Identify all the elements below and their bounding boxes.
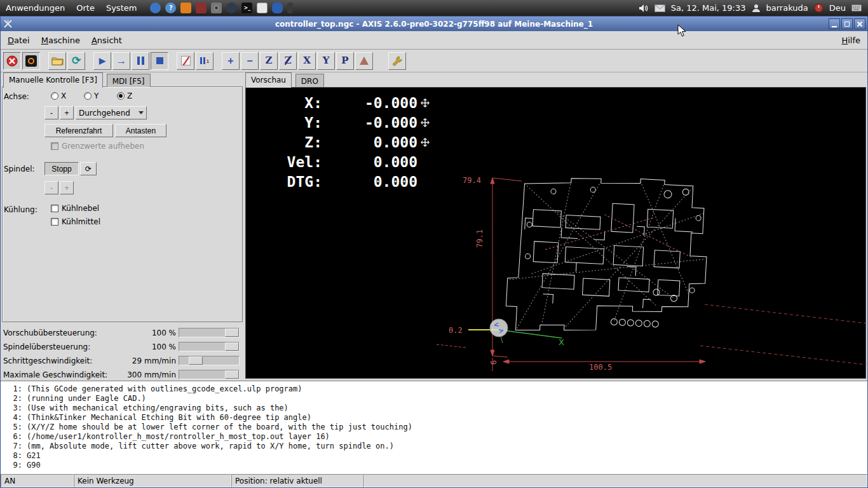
spindle-override-slider[interactable] [179, 342, 240, 351]
run-button[interactable]: ▶ [93, 52, 111, 70]
feed-override-handle[interactable] [225, 329, 239, 337]
gcode-line[interactable]: 1:(This GCode generated with outlines_gc… [1, 384, 867, 394]
menu-maschine[interactable]: Maschine [36, 32, 86, 48]
estop-button[interactable] [3, 52, 21, 70]
axis-radio-x[interactable]: X [51, 92, 66, 100]
spindle-override-row: Spindelübersteuerung: 100 % [1, 340, 244, 354]
spindle-minus-button[interactable]: - [44, 181, 58, 194]
tab-manual-control[interactable]: Manuelle Kontrolle [F3] [3, 72, 103, 88]
zoom-in-button[interactable]: + [222, 52, 240, 70]
spindle-stop-button[interactable]: Stopp [44, 162, 79, 175]
jog-speed-slider[interactable] [179, 356, 240, 365]
pause-button[interactable] [132, 52, 149, 70]
tool-status-text: Kein Werkzeug [78, 477, 134, 485]
menu-hilfe[interactable]: Hilfe [836, 32, 866, 48]
launcher-camera-icon[interactable] [211, 3, 222, 13]
applications-menu[interactable]: Anwendungen [0, 1, 71, 15]
minimize-button[interactable] [829, 18, 840, 29]
launcher-database-icon[interactable] [272, 3, 283, 13]
keyboard-layout-indicator[interactable]: Deu [829, 3, 846, 13]
launcher-browser-icon[interactable] [150, 3, 161, 13]
max-velocity-slider[interactable] [179, 370, 240, 379]
machine-power-button[interactable] [22, 52, 40, 70]
user-icon [752, 4, 761, 13]
gcode-line-text: (/home/user1/kontroller_h_most/rontrolle… [27, 432, 330, 442]
unhomed-icon [421, 138, 430, 147]
view-z-button[interactable]: Z [260, 52, 278, 70]
close-button[interactable] [854, 18, 865, 29]
places-menu[interactable]: Orte [71, 1, 100, 15]
skip-lines-button[interactable] [177, 52, 194, 70]
jog-plus-button[interactable]: + [60, 106, 74, 119]
feed-dotted-moves [545, 212, 693, 257]
mist-label: Kühlnebel [62, 204, 99, 213]
rapid-moves [507, 174, 708, 338]
max-velocity-handle[interactable] [225, 370, 239, 379]
manual-control-frame: Achse: X Y Z - + Durchgehend Referenzfah… [2, 86, 243, 322]
view-z-rotated-button[interactable]: Z [279, 52, 297, 70]
tab-mdi[interactable]: MDI [F5] [107, 74, 151, 87]
menu-datei[interactable]: Datei [2, 32, 36, 48]
launcher-tool-icon[interactable] [196, 3, 207, 13]
mail-icon[interactable] [654, 4, 665, 12]
stop-button[interactable] [151, 52, 168, 70]
tool-touchoff-button[interactable] [388, 52, 406, 70]
axis-radio-z[interactable]: Z [117, 92, 132, 100]
view-y-button[interactable]: Y [317, 52, 335, 70]
reload-button[interactable]: ⟳ [67, 52, 85, 70]
rotate-view-button[interactable] [355, 52, 373, 70]
launcher-bottle-icon[interactable] [287, 3, 293, 13]
gcode-line[interactable]: 7:(mm, Absolute mode, lift cutter above … [1, 442, 867, 451]
machine-status-text: AN [4, 477, 15, 485]
feed-override-slider[interactable] [179, 328, 240, 337]
gcode-line[interactable]: 5:(X/Y/Z home should be at lower left co… [1, 423, 867, 432]
launcher-globe-icon[interactable] [226, 3, 237, 13]
dro-vel-label: Vel: [269, 154, 322, 170]
gcode-listing[interactable]: 1:(This GCode generated with outlines_gc… [1, 381, 867, 474]
user-name[interactable]: barrakuda [766, 3, 808, 13]
home-axis-button[interactable]: Referenzfahrt [44, 124, 113, 137]
gcode-line[interactable]: 8:G21 [1, 451, 867, 461]
jog-increment-dropdown[interactable]: Durchgehend [76, 106, 147, 119]
preview-canvas[interactable]: 79.4 79.1 0.2 6 100.5 [245, 87, 866, 379]
view-x-button[interactable]: X [298, 52, 316, 70]
menu-ansicht[interactable]: Ansicht [86, 32, 128, 48]
clock[interactable]: Sa, 12. Mai, 19:33 [671, 3, 746, 13]
axis-radio-y[interactable]: Y [84, 92, 98, 100]
launcher-editor-icon[interactable] [257, 3, 268, 13]
dro-row-z: Z: 0.000 [269, 132, 430, 152]
maximize-button[interactable] [841, 18, 853, 29]
mist-checkbox[interactable]: Kühlnebel [51, 204, 99, 213]
gcode-line-text: (running under Eagle CAD.) [27, 394, 146, 403]
zoom-out-icon: − [247, 55, 252, 67]
jog-speed-handle[interactable] [189, 356, 203, 365]
spindle-cw-button[interactable]: ⟳ [80, 162, 97, 175]
zoom-out-button[interactable]: − [241, 52, 259, 70]
gcode-line[interactable]: 6:(/home/user1/kontroller_h_most/rontrol… [1, 432, 867, 442]
gcode-line[interactable]: 4:(Think&Tinker Mechanical Etching Bit w… [1, 413, 867, 423]
spindle-override-label: Spindelübersteuerung: [3, 342, 90, 351]
jog-minus-button[interactable]: - [44, 106, 58, 119]
gcode-line[interactable]: 3:(Use with mechanical etching/engraving… [1, 403, 867, 413]
volume-icon[interactable] [639, 4, 649, 13]
view-p-button[interactable]: P [336, 52, 354, 70]
gcode-line[interactable]: 9:G90 [1, 461, 867, 470]
keyboard-icon[interactable] [851, 4, 862, 11]
launcher-help-icon[interactable]: ? [165, 3, 176, 13]
flood-checkbox[interactable]: Kühlmittel [51, 217, 100, 226]
launcher-terminal-icon[interactable]: >_ [241, 3, 252, 13]
touch-off-button[interactable]: Antasten [115, 124, 166, 137]
system-menu[interactable]: System [100, 1, 142, 15]
tab-dro[interactable]: DRO [295, 74, 324, 87]
override-limits-checkbox[interactable]: Grenzwerte aufheben [51, 142, 144, 151]
spindle-plus-button[interactable]: + [60, 181, 74, 194]
step-button[interactable]: → [112, 52, 130, 70]
open-file-button[interactable] [48, 52, 66, 70]
shutdown-icon[interactable] [814, 3, 824, 13]
gcode-line[interactable]: 2:(running under Eagle CAD.) [1, 394, 867, 403]
optional-pause-button[interactable]: 1 [196, 52, 214, 70]
spindle-override-handle[interactable] [225, 342, 239, 351]
tab-vorschau[interactable]: Vorschau [245, 72, 292, 88]
launcher-files-icon[interactable] [180, 3, 191, 13]
radio-x-icon [51, 92, 58, 100]
